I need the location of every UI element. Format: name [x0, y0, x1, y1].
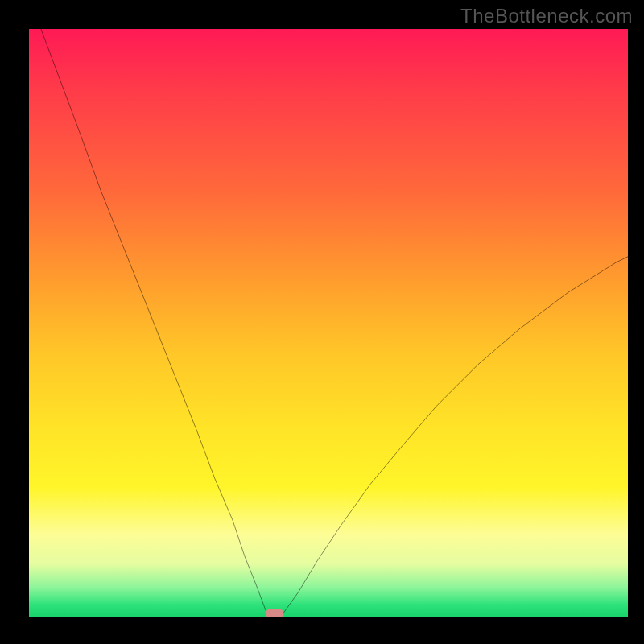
bottleneck-curve	[29, 29, 628, 617]
watermark-text: TheBottleneck.com	[460, 5, 633, 27]
chart-container: TheBottleneck.com	[0, 0, 644, 644]
plot-area	[29, 29, 628, 617]
minimum-marker	[266, 609, 283, 617]
